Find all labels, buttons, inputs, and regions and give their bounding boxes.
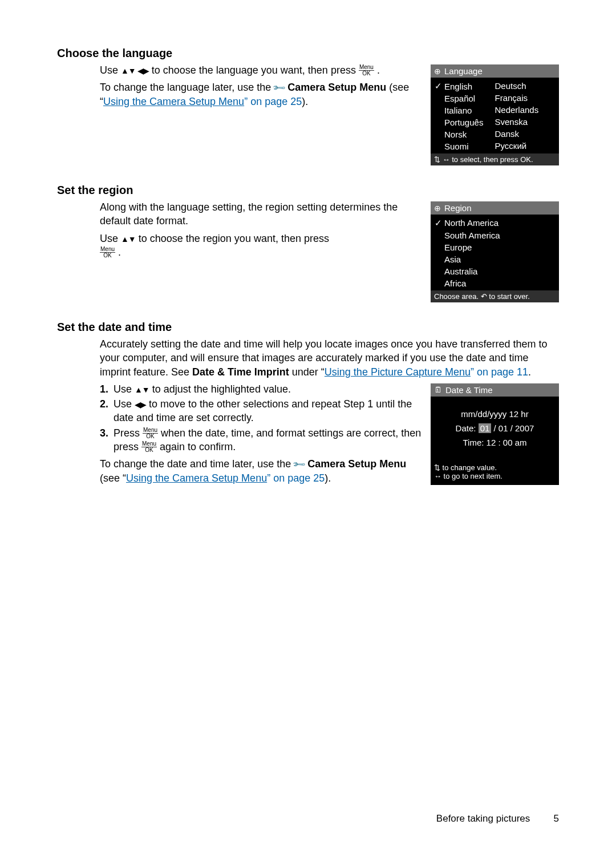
lcd-region-header: ⊕ Region <box>431 201 559 215</box>
lang-label: Norsk <box>444 130 467 139</box>
lcd-title: Language <box>444 66 483 76</box>
bold-text: Camera Setup Menu <box>307 458 406 470</box>
text: . <box>528 366 531 378</box>
lang-label: Nederlands <box>495 105 539 115</box>
text: to adjust the highlighted value. <box>152 383 291 395</box>
footer-text: to change value. <box>440 463 497 472</box>
page-ref: ” on page 25 <box>244 96 302 107</box>
region-label: Asia <box>444 254 461 264</box>
section-choose-language: Choose the language Use ▲▼ ◀▶ to choose … <box>57 47 559 165</box>
lang-col-right: DeutschFrançaisNederlandsSvenskaDanskРус… <box>495 80 556 152</box>
check-icon <box>434 254 442 264</box>
lang-label: Русский <box>495 141 527 151</box>
check-icon: ✓ <box>434 81 442 91</box>
lang-item: Dansk <box>495 128 556 140</box>
lang-label: English <box>444 82 472 91</box>
link-picture-capture-menu[interactable]: Using the Picture Capture Menu <box>325 366 471 378</box>
globe-icon: ⊕ <box>434 67 441 76</box>
region-item: ✓North America <box>434 217 556 229</box>
lang-item: Suomi <box>434 140 495 152</box>
menu-ok-icon: MenuOK <box>141 441 157 453</box>
dt-date-line: Date: 01 / 01 / 2007 <box>434 423 556 433</box>
lcd-language-header: ⊕ Language <box>431 64 559 78</box>
menu-ok-icon: MenuOK <box>143 427 158 439</box>
updown-icon: ▲▼ <box>121 235 136 244</box>
datetime-steps: 1. Use ▲▼ to adjust the highlighted valu… <box>100 382 431 488</box>
link-camera-setup-menu[interactable]: Using the Camera Setup Menu <box>126 472 267 484</box>
dt-date-highlight: 01 <box>479 423 492 433</box>
lang-item: Italiano <box>434 104 495 116</box>
dt-date-rest: / 01 / 2007 <box>491 423 534 433</box>
region-label: Europe <box>444 242 472 252</box>
lang-col-left: ✓EnglishEspañolItalianoPortuguêsNorskSuo… <box>434 80 495 152</box>
leftright-icon: ◀▶ <box>135 400 146 409</box>
region-label: Australia <box>444 266 477 276</box>
bold-text: Date & Time Imprint <box>192 366 289 378</box>
text: to move to the other selections and repe… <box>114 398 412 423</box>
region-item: Australia <box>434 265 556 277</box>
region-label: South America <box>444 231 500 240</box>
lcd-region: ⊕ Region ✓North AmericaSouth AmericaEuro… <box>431 201 559 302</box>
lcd-language: ⊕ Language ✓EnglishEspañolItalianoPortug… <box>431 64 559 165</box>
menu-ok-icon: MenuOK <box>100 246 115 258</box>
updown-icon: ▲▼ <box>135 385 149 394</box>
text: to choose the region you want, then pres… <box>139 233 329 244</box>
check-icon <box>434 278 442 288</box>
lang-item: Deutsch <box>495 80 556 92</box>
lang-label: Deutsch <box>495 81 526 91</box>
page-ref: ” on page 25 <box>267 472 325 484</box>
lcd-datetime-footer: ⇅ to change value. ↔ to go to next item. <box>431 461 559 485</box>
region-item: Africa <box>434 277 556 289</box>
text: Use <box>114 383 135 395</box>
updown-leftright-icon: ▲▼ ◀▶ <box>121 66 149 75</box>
page-ref: ” on page 11 <box>471 366 528 378</box>
lcd-language-footer: ⇅ ↔ to select, then press OK. <box>431 153 559 165</box>
lang-item: Norsk <box>434 128 495 140</box>
footer-text: to go to next item. <box>441 472 502 480</box>
text: ). <box>325 472 331 484</box>
lcd-title: Date & Time <box>445 385 493 395</box>
lang-label: Italiano <box>444 106 472 115</box>
footer-text: to start over. <box>487 292 530 301</box>
bold-text: Camera Setup Menu <box>287 82 386 93</box>
text: Press <box>114 427 143 439</box>
leftright-icon: ↔ <box>434 472 441 480</box>
text: Use <box>100 233 121 244</box>
text: . <box>377 64 380 76</box>
text: Use <box>114 398 135 410</box>
link-camera-setup-menu[interactable]: Using the Camera Setup Menu <box>103 96 244 107</box>
undo-icon: ↶ <box>481 292 487 301</box>
lang-item: ✓English <box>434 80 495 92</box>
lcd-datetime: 🗓 Date & Time mm/dd/yyyy 12 hr Date: 01 … <box>431 383 559 485</box>
heading-set-region: Set the region <box>57 184 559 197</box>
step-1: 1. Use ▲▼ to adjust the highlighted valu… <box>100 382 422 396</box>
region-item: Europe <box>434 241 556 253</box>
heading-choose-language: Choose the language <box>57 47 559 60</box>
language-text: Use ▲▼ ◀▶ to choose the language you wan… <box>100 63 431 112</box>
footer-section-name: Before taking pictures <box>436 813 530 824</box>
region-label: Africa <box>444 278 466 288</box>
heading-set-datetime: Set the date and time <box>57 321 559 334</box>
lang-item: Português <box>434 116 495 128</box>
check-icon <box>434 266 442 276</box>
lang-label: Português <box>444 118 483 127</box>
globe-icon: ⊕ <box>434 204 441 213</box>
region-item: South America <box>434 229 556 241</box>
section-set-region: Set the region Along with the language s… <box>57 184 559 302</box>
region-text: Along with the language setting, the reg… <box>100 200 431 262</box>
text: Use <box>100 64 121 76</box>
text: (see “ <box>100 472 126 484</box>
updown-icon: ⇅ <box>434 155 440 164</box>
datetime-intro: Accurately setting the date and time wil… <box>100 337 559 379</box>
check-icon <box>434 242 442 252</box>
lcd-datetime-header: 🗓 Date & Time <box>431 383 559 397</box>
check-icon: ✓ <box>434 218 442 228</box>
dt-time-value: 12 : 00 am <box>484 438 526 447</box>
region-list: ✓North AmericaSouth AmericaEuropeAsiaAus… <box>431 215 559 290</box>
region-label: North America <box>444 218 499 228</box>
lang-label: Español <box>444 94 475 103</box>
lcd-title: Region <box>444 203 472 213</box>
updown-icon: ⇅ <box>434 463 440 472</box>
lang-label: Suomi <box>444 142 469 151</box>
footer-text: Choose area. <box>434 292 481 301</box>
